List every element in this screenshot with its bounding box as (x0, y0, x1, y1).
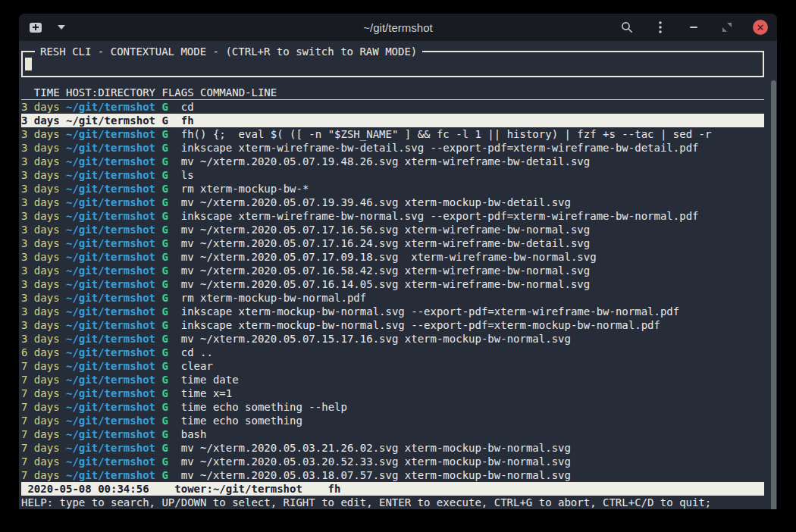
row-directory: ~/git/termshot (66, 237, 155, 249)
status-host-directory: tower:~/git/termshot (174, 483, 302, 495)
row-command: bash (181, 428, 207, 440)
history-row[interactable]: 7 days ~/git/termshot G clear (21, 359, 764, 373)
history-row[interactable]: 3 days ~/git/termshot G fh() {; eval $( … (21, 127, 764, 141)
history-row[interactable]: 3 days ~/git/termshot G mv ~/xterm.2020.… (21, 264, 764, 277)
row-directory: ~/git/termshot (66, 319, 155, 331)
row-time: 3 days (21, 183, 60, 195)
row-flags: G (161, 455, 168, 468)
history-row[interactable]: 3 days ~/git/termshot G mv ~/xterm.2020.… (21, 236, 764, 250)
history-row[interactable]: 3 days ~/git/termshot G mv ~/xterm.2020.… (21, 223, 764, 236)
row-command: cd .. (181, 346, 213, 358)
header-flags: FLAGS (161, 86, 193, 99)
history-row[interactable]: 3 days ~/git/termshot G mv ~/xterm.2020.… (21, 196, 764, 209)
row-flags: G (161, 183, 168, 195)
row-command: mv ~/xterm.2020.05.07.17.16.24.svg xterm… (181, 237, 590, 249)
row-directory: ~/git/termshot (66, 333, 155, 345)
row-directory: ~/git/termshot (66, 114, 155, 127)
window-title: ~/git/termshot (363, 21, 432, 34)
history-row[interactable]: 3 days ~/git/termshot G mv ~/xterm.2020.… (21, 250, 764, 264)
history-row[interactable]: 3 days ~/git/termshot G mv ~/xterm.2020.… (21, 155, 764, 168)
row-flags: G (161, 101, 168, 113)
row-time: 3 days (21, 251, 60, 263)
row-command: mv ~/xterm.2020.05.07.17.09.18.svg xterm… (181, 251, 597, 263)
menu-button[interactable] (653, 20, 668, 35)
row-flags: G (161, 442, 168, 454)
row-command: mv ~/xterm.2020.05.07.16.14.05.svg xterm… (181, 278, 590, 290)
row-flags: G (161, 196, 168, 208)
row-time: 3 days (21, 278, 60, 290)
help-line: HELP: type to search, UP/DOWN to select,… (21, 496, 764, 509)
row-command: time echo something --help (181, 401, 347, 413)
row-time: 7 days (21, 387, 60, 399)
history-row[interactable]: 3 days ~/git/termshot G mv ~/xterm.2020.… (21, 332, 764, 346)
row-time: 6 days (21, 346, 60, 358)
terminal-cursor (25, 58, 32, 70)
tab-dropdown-button[interactable] (54, 20, 69, 35)
terminal-content: RESH CLI - CONTEXTUAL MODE - (CTRL+R to … (19, 51, 777, 509)
minimize-button[interactable] (686, 20, 701, 35)
row-directory: ~/git/termshot (66, 196, 155, 208)
terminal-window: ~/git/termshot ✕ RESH CLI - CONTEXTUAL M… (19, 14, 777, 509)
panel-title: RESH CLI - CONTEXTUAL MODE - (CTRL+R to … (35, 45, 422, 58)
row-time: 3 days (21, 333, 60, 345)
row-flags: G (161, 210, 168, 222)
history-row[interactable]: 3 days ~/git/termshot G inkscape xterm-w… (21, 141, 764, 155)
row-directory: ~/git/termshot (66, 415, 155, 427)
search-query-panel[interactable]: RESH CLI - CONTEXTUAL MODE - (CTRL+R to … (21, 51, 764, 77)
row-time: 7 days (21, 442, 60, 454)
row-time: 3 days (21, 319, 60, 331)
history-row[interactable]: 7 days ~/git/termshot G mv ~/xterm.2020.… (21, 468, 764, 482)
search-icon (621, 21, 633, 33)
row-directory: ~/git/termshot (66, 142, 155, 154)
history-row[interactable]: 3 days ~/git/termshot G rm xterm-mockup-… (21, 182, 764, 196)
row-command: time x=1 (181, 387, 232, 399)
row-command: ls (181, 169, 194, 181)
history-row[interactable]: 3 days ~/git/termshot G inkscape xterm-m… (21, 305, 764, 318)
row-time: 3 days (21, 128, 60, 140)
history-row[interactable]: 3 days ~/git/termshot G inkscape xterm-w… (21, 209, 764, 223)
row-command: inkscape xterm-wireframe-bw-normal.svg -… (181, 210, 699, 222)
row-command: fh (181, 114, 194, 127)
row-flags: G (161, 346, 168, 358)
history-row[interactable]: 7 days ~/git/termshot G time echo someth… (21, 414, 764, 427)
history-row[interactable]: 3 days ~/git/termshot G mv ~/xterm.2020.… (21, 277, 764, 291)
close-button[interactable]: ✕ (753, 20, 768, 35)
row-flags: G (161, 114, 168, 127)
row-command: time echo something (181, 415, 302, 427)
row-flags: G (161, 142, 168, 154)
scrollbar[interactable] (771, 80, 776, 509)
row-time: 7 days (21, 360, 60, 372)
history-row[interactable]: 3 days ~/git/termshot G fh (21, 114, 764, 127)
search-button[interactable] (619, 20, 635, 35)
history-row[interactable]: 3 days ~/git/termshot G cd (21, 100, 764, 114)
history-row[interactable]: 7 days ~/git/termshot G time date (21, 373, 764, 386)
history-row[interactable]: 3 days ~/git/termshot G ls (21, 168, 764, 182)
row-time: 3 days (21, 292, 60, 304)
row-directory: ~/git/termshot (66, 183, 155, 195)
close-icon: ✕ (757, 23, 765, 33)
row-directory: ~/git/termshot (66, 360, 155, 372)
row-time: 3 days (21, 114, 60, 127)
history-row[interactable]: 3 days ~/git/termshot G rm xterm-mockup-… (21, 291, 764, 305)
row-flags: G (161, 237, 168, 249)
history-row[interactable]: 7 days ~/git/termshot G bash (21, 427, 764, 441)
history-row[interactable]: 3 days ~/git/termshot G inkscape xterm-m… (21, 318, 764, 332)
row-directory: ~/git/termshot (66, 442, 155, 454)
kebab-menu-icon (659, 21, 662, 33)
row-directory: ~/git/termshot (66, 292, 155, 304)
row-directory: ~/git/termshot (66, 469, 155, 481)
history-row[interactable]: 7 days ~/git/termshot G mv ~/xterm.2020.… (21, 441, 764, 455)
row-flags: G (161, 155, 168, 167)
new-tab-button[interactable] (28, 20, 43, 35)
header-time: TIME (34, 86, 60, 99)
row-command: rm xterm-mockup-bw-normal.pdf (181, 292, 366, 304)
history-row[interactable]: 7 days ~/git/termshot G time x=1 (21, 386, 764, 400)
row-command: inkscape xterm-mockup-bw-normal.svg --ex… (181, 305, 679, 318)
history-row[interactable]: 7 days ~/git/termshot G time echo someth… (21, 400, 764, 414)
history-row[interactable]: 6 days ~/git/termshot G cd .. (21, 346, 764, 359)
row-time: 3 days (21, 142, 60, 154)
restore-button[interactable] (719, 20, 735, 35)
history-row[interactable]: 7 days ~/git/termshot G mv ~/xterm.2020.… (21, 455, 764, 468)
row-directory: ~/git/termshot (66, 251, 155, 263)
row-command: mv ~/xterm.2020.05.03.21.26.02.svg xterm… (181, 442, 571, 454)
